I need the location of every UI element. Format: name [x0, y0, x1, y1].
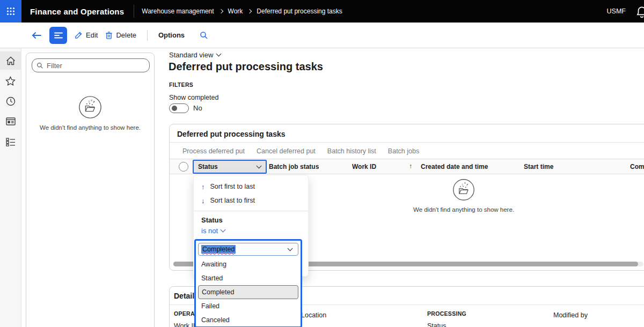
batch-jobs-button[interactable]: Batch jobs — [388, 147, 419, 155]
list-icon — [54, 32, 63, 39]
show-completed-toggle[interactable] — [169, 103, 189, 113]
filter-search-box[interactable] — [32, 58, 150, 72]
processing-group-header: PROCESSING — [427, 310, 466, 317]
navigation-list-panel: 101 We didn't find anything to show here… — [26, 53, 155, 327]
chevron-right-icon — [247, 9, 252, 13]
chevron-down-icon — [216, 51, 222, 57]
filter-operator-dropdown[interactable]: is not — [201, 227, 225, 235]
show-completed-value: No — [193, 104, 202, 112]
delete-label: Delete — [116, 31, 136, 39]
start-time-column-header[interactable]: Start time — [524, 163, 553, 170]
filter-value-text: Completed — [201, 245, 236, 254]
edit-button[interactable]: Edit — [75, 31, 98, 39]
filter-value-combobox: Completed Awaiting Started Completed Fai… — [194, 239, 302, 327]
toggle-knob — [172, 106, 177, 111]
chevron-down-icon[interactable] — [288, 246, 293, 251]
filter-input[interactable] — [47, 62, 138, 70]
chevron-down-icon — [221, 227, 226, 233]
svg-text:0: 0 — [464, 182, 466, 184]
location-field-label: Location — [301, 311, 326, 319]
trash-icon — [105, 31, 113, 39]
empty-folder-icon: 101 — [452, 178, 475, 202]
search-icon[interactable] — [200, 31, 208, 40]
empty-folder-icon: 101 — [78, 95, 103, 120]
app-window: Finance and Operations Warehouse managem… — [0, 0, 644, 327]
option-failed[interactable]: Failed — [196, 299, 301, 313]
modified-by-field-label: Modified by — [553, 311, 588, 319]
search-icon — [36, 62, 43, 69]
star-icon — [5, 76, 16, 86]
rail-home-button[interactable] — [0, 51, 21, 70]
topbar-divider — [134, 5, 134, 18]
options-menu[interactable]: Options — [158, 31, 185, 39]
grid-header-row: Status Batch job status Work ID ↑ Create… — [170, 159, 644, 174]
pencil-icon — [75, 31, 83, 39]
breadcrumb-current-page[interactable]: Deferred put processing tasks — [257, 8, 342, 15]
option-started[interactable]: Started — [196, 271, 301, 285]
arrow-up-icon: ↑ — [201, 183, 205, 191]
svg-text:1: 1 — [462, 183, 463, 186]
waffle-icon — [6, 7, 15, 16]
sort-last-to-first-item[interactable]: ↓ Sort last to first — [194, 194, 308, 207]
navigation-rail — [0, 23, 21, 327]
created-date-column-header[interactable]: Created date and time — [421, 163, 488, 170]
delete-button[interactable]: Delete — [105, 31, 136, 39]
status-field-label: Status — [427, 322, 446, 327]
show-completed-label: Show completed — [169, 94, 218, 101]
process-deferred-put-button[interactable]: Process deferred put — [182, 147, 245, 155]
notifications-icon[interactable] — [635, 5, 644, 19]
view-selector[interactable]: Standard view — [169, 51, 221, 59]
cancel-deferred-put-button[interactable]: Cancel deferred put — [257, 147, 316, 155]
rail-modules-button[interactable] — [0, 133, 21, 151]
option-canceled[interactable]: Canceled — [196, 313, 301, 327]
sort-first-to-last-item[interactable]: ↑ Sort first to last — [194, 180, 308, 194]
edit-label: Edit — [86, 31, 98, 39]
select-all-radio[interactable] — [179, 162, 188, 172]
work-id-column-header[interactable]: Work ID — [352, 163, 376, 170]
grid-toolbar: Process deferred put Cancel deferred put… — [182, 147, 419, 155]
chevron-down-icon — [257, 163, 262, 168]
rail-workspaces-button[interactable] — [0, 113, 21, 131]
breadcrumb-work[interactable]: Work — [228, 8, 243, 15]
option-completed[interactable]: Completed — [198, 285, 298, 299]
module-list-icon — [6, 138, 16, 146]
divider — [170, 142, 644, 143]
arrow-down-icon: ↓ — [201, 197, 205, 205]
app-title: Finance and Operations — [30, 7, 124, 16]
status-column-header: Status — [198, 163, 218, 170]
sort-last-to-first-label: Sort last to first — [210, 197, 255, 204]
clock-icon — [6, 96, 16, 106]
panel-empty-text: We didn't find anything to show here. — [26, 124, 154, 131]
view-selector-label: Standard view — [169, 51, 213, 59]
completed-column-header[interactable]: Comple — [630, 163, 644, 170]
option-awaiting[interactable]: Awaiting — [196, 257, 301, 271]
home-icon — [6, 56, 16, 65]
rail-recent-button[interactable] — [0, 92, 21, 110]
back-button[interactable] — [31, 31, 42, 40]
filters-heading: FILTERS — [169, 81, 193, 88]
chevron-right-icon — [218, 9, 223, 13]
svg-text:1: 1 — [88, 100, 90, 103]
filter-field-label: Status — [201, 216, 223, 224]
status-column-filter-button[interactable]: Status — [193, 160, 267, 174]
breadcrumb-warehouse-management[interactable]: Warehouse management — [142, 8, 214, 15]
top-navigation-bar: Finance and Operations Warehouse managem… — [0, 0, 644, 23]
grid-empty-text: We didn't find anything to show here. — [389, 206, 539, 213]
app-launcher-button[interactable] — [0, 0, 21, 23]
action-pane: Edit Delete Options — [0, 23, 644, 48]
sort-ascending-icon: ↑ — [409, 162, 412, 170]
filter-value-input[interactable]: Completed — [198, 243, 298, 256]
divider — [194, 211, 308, 211]
filter-value-options-list: Awaiting Started Completed Failed Cancel… — [196, 257, 301, 327]
rail-favorites-button[interactable] — [0, 72, 21, 90]
filter-operator-label: is not — [201, 227, 218, 235]
company-picker[interactable]: USMF — [607, 8, 626, 15]
back-arrow-icon — [31, 31, 42, 40]
svg-text:0: 0 — [91, 99, 92, 102]
batch-history-list-button[interactable]: Batch history list — [327, 147, 376, 155]
list-view-toggle-button[interactable] — [49, 27, 67, 44]
batch-job-status-column-header[interactable]: Batch job status — [269, 163, 319, 170]
breadcrumb: Warehouse management Work Deferred put p… — [142, 8, 342, 15]
sort-first-to-last-label: Sort first to last — [210, 183, 255, 190]
action-pane-divider — [147, 30, 148, 41]
